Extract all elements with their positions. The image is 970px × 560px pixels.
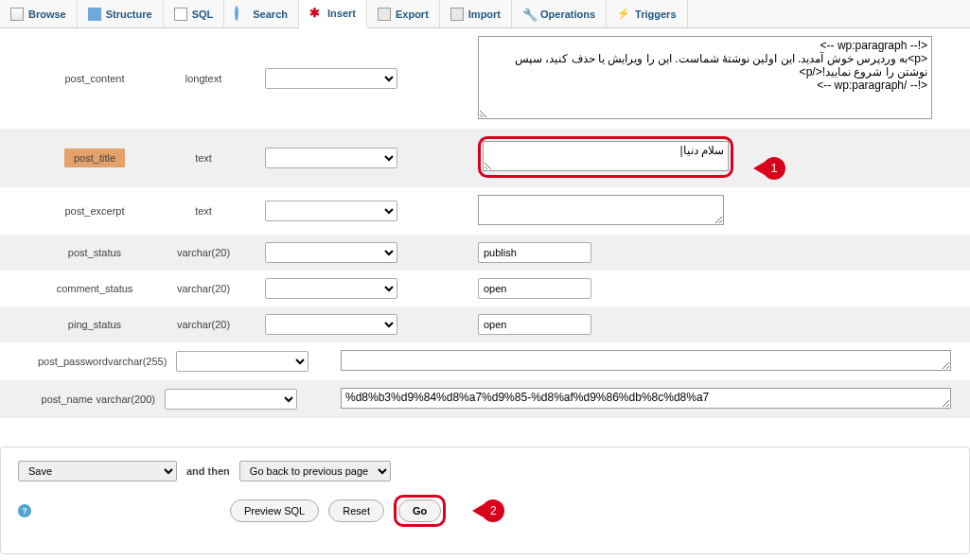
export-icon xyxy=(378,8,391,21)
row-post-status: post_status varchar(20) xyxy=(0,235,970,271)
field-type: varchar(200) xyxy=(97,394,155,405)
field-name: ping_status xyxy=(0,319,151,330)
field-name: post_content xyxy=(0,73,151,84)
row-comment-status: comment_status varchar(20) xyxy=(0,271,970,306)
row-post-excerpt: post_excerpt text xyxy=(0,187,970,235)
insert-icon: ✱ xyxy=(309,7,323,20)
value-input[interactable] xyxy=(478,314,591,335)
value-input[interactable] xyxy=(478,242,591,263)
operations-icon: 🔧 xyxy=(522,8,536,21)
field-type: varchar(20) xyxy=(151,247,256,258)
and-then-label: and then xyxy=(186,465,230,477)
row-post-name: post_name varchar(200) xyxy=(0,380,970,418)
import-icon xyxy=(450,8,464,21)
value-textarea[interactable] xyxy=(341,350,951,371)
function-select[interactable] xyxy=(265,201,397,221)
tab-label: Export xyxy=(396,9,429,20)
field-type: varchar(20) xyxy=(151,319,256,330)
search-icon xyxy=(235,8,248,21)
value-textarea[interactable] xyxy=(478,195,724,225)
tab-triggers[interactable]: ⚡Triggers xyxy=(607,0,687,27)
save-select[interactable]: Save xyxy=(18,461,177,481)
field-type: text xyxy=(151,152,256,164)
tab-import[interactable]: Import xyxy=(440,0,512,27)
structure-icon xyxy=(88,8,101,21)
triggers-icon: ⚡ xyxy=(617,8,630,21)
field-name: post_excerpt xyxy=(0,205,151,217)
callout-1: 1 xyxy=(753,157,785,180)
function-select[interactable] xyxy=(265,278,397,299)
then-select[interactable]: Go back to previous page xyxy=(239,461,391,481)
row-post-password: post_password varchar(255) xyxy=(0,342,970,380)
row-post-title: post_title text 1 xyxy=(0,129,970,187)
browse-icon xyxy=(10,8,24,21)
field-type: text xyxy=(151,205,256,217)
field-type: varchar(20) xyxy=(151,283,256,294)
function-select[interactable] xyxy=(265,68,397,89)
tab-label: Triggers xyxy=(635,9,676,20)
field-name: post_status xyxy=(0,247,151,258)
tab-structure[interactable]: Structure xyxy=(78,0,164,27)
tab-label: Operations xyxy=(540,9,595,20)
row-ping-status: ping_status varchar(20) xyxy=(0,306,970,342)
tab-label: SQL xyxy=(192,9,214,20)
field-type: longtext xyxy=(151,73,256,84)
tab-label: Browse xyxy=(28,9,66,20)
tab-browse[interactable]: Browse xyxy=(0,0,78,27)
reset-button[interactable]: Reset xyxy=(328,499,384,522)
function-select[interactable] xyxy=(265,242,397,263)
function-select[interactable] xyxy=(165,389,297,410)
tab-search[interactable]: Search xyxy=(224,0,299,27)
annotation-box-2: Go xyxy=(394,495,446,527)
function-select[interactable] xyxy=(176,351,309,372)
sql-icon xyxy=(174,8,187,21)
action-footer: Save and then Go back to previous page ?… xyxy=(0,446,970,554)
tab-operations[interactable]: 🔧Operations xyxy=(512,0,607,27)
value-textarea[interactable] xyxy=(341,388,951,409)
field-type: varchar(255) xyxy=(108,356,167,367)
tab-bar: Browse Structure SQL Search ✱Insert Expo… xyxy=(0,0,970,28)
callout-number: 1 xyxy=(763,157,785,180)
value-textarea[interactable] xyxy=(483,141,729,171)
field-name: post_password xyxy=(0,356,108,367)
field-name: comment_status xyxy=(0,283,151,294)
value-input[interactable] xyxy=(478,278,591,299)
callout-number: 2 xyxy=(482,499,504,522)
tab-label: Import xyxy=(468,9,501,20)
annotation-box-1 xyxy=(478,136,733,178)
callout-2: 2 xyxy=(472,499,504,522)
tab-insert[interactable]: ✱Insert xyxy=(299,0,367,28)
tab-export[interactable]: Export xyxy=(367,0,440,27)
tab-sql[interactable]: SQL xyxy=(164,0,225,27)
function-select[interactable] xyxy=(265,314,397,335)
go-button[interactable]: Go xyxy=(398,499,441,522)
tab-label: Insert xyxy=(327,8,356,19)
value-textarea[interactable] xyxy=(478,36,932,119)
tab-label: Structure xyxy=(106,9,152,20)
tab-label: Search xyxy=(253,9,288,20)
field-name: post_name xyxy=(0,394,97,405)
field-name-highlighted: post_title xyxy=(64,149,125,167)
function-select[interactable] xyxy=(265,148,397,168)
field-rows: post_content longtext post_title text 1 … xyxy=(0,28,970,418)
preview-sql-button[interactable]: Preview SQL xyxy=(230,499,319,522)
help-icon[interactable]: ? xyxy=(18,504,31,517)
row-post-content: post_content longtext xyxy=(0,28,970,129)
